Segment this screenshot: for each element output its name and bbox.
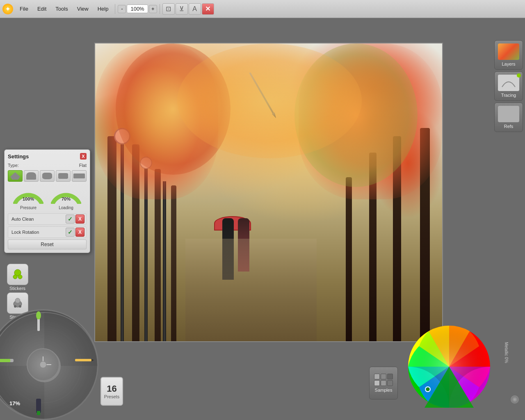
zoom-in-button[interactable]: +	[149, 5, 157, 13]
walkway	[185, 239, 317, 341]
tracing-notification-dot	[517, 73, 521, 78]
loading-gauge: 70% Loading	[49, 185, 83, 210]
sample-cell[interactable]	[381, 374, 386, 379]
svg-rect-18	[36, 399, 41, 413]
app-logo: ✦	[2, 4, 13, 14]
sample-cell[interactable]	[381, 380, 386, 386]
svg-point-3	[13, 275, 17, 279]
loading-gauge-svg: 70%	[50, 185, 82, 204]
zoom-out-button[interactable]: -	[118, 5, 126, 13]
loading-gauge-arc: 70%	[50, 185, 82, 204]
svg-text:100%: 100%	[23, 196, 34, 201]
tool-wheel[interactable]: 17%	[0, 309, 98, 420]
svg-point-6	[15, 298, 20, 303]
menu-tools[interactable]: Tools	[51, 4, 72, 14]
brush-shape-icon-2	[26, 172, 36, 180]
lock-rotation-row: Lock Rotation ✓ X	[8, 226, 87, 238]
svg-rect-19	[37, 411, 40, 415]
tree-trunk	[171, 185, 176, 341]
stickers-button[interactable]: Stickers	[4, 264, 31, 291]
layers-button[interactable]: Layers	[494, 40, 523, 70]
menu-help[interactable]: Help	[94, 4, 113, 14]
layers-thumbnail	[498, 43, 519, 60]
settings-type-row: Type: Flat	[8, 163, 87, 168]
refs-thumbnail	[498, 106, 519, 122]
toolbar-separator-2	[160, 4, 160, 14]
painting-content	[95, 43, 442, 341]
svg-rect-16	[75, 359, 91, 361]
brush-shape-icon-4	[58, 173, 68, 179]
brush-type-3[interactable]	[40, 170, 55, 182]
svg-rect-23	[498, 75, 519, 91]
auto-clean-check[interactable]: ✓	[66, 215, 75, 224]
svg-point-22	[40, 361, 46, 368]
painting-canvas[interactable]	[94, 43, 443, 342]
svg-text:70%: 70%	[62, 196, 71, 201]
sample-cell[interactable]	[374, 374, 380, 379]
pressure-gauge-svg: 100%	[12, 185, 45, 204]
toolbar-export-button[interactable]: ⊻	[176, 3, 188, 15]
leaf-canopy-center	[177, 43, 362, 158]
toolbar-separator-1	[115, 4, 115, 14]
svg-point-26	[426, 388, 429, 391]
color-wheel[interactable]: Metallic 0%	[408, 326, 490, 408]
lock-rotation-check[interactable]: ✓	[66, 228, 75, 237]
svg-rect-15	[0, 359, 10, 362]
menu-file[interactable]: File	[16, 4, 32, 14]
right-sidebar: Layers Tracing Refs	[492, 36, 525, 420]
refs-button[interactable]: Refs	[494, 103, 523, 132]
brush-shape-icon-3	[42, 173, 52, 179]
samples-panel[interactable]: Samples	[369, 367, 398, 399]
lamp-post	[163, 181, 166, 341]
wheel-percent-label: 17%	[9, 400, 20, 406]
brush-type-1[interactable]	[8, 170, 23, 182]
brush-shape-icon	[10, 172, 20, 180]
brush-type-selector	[8, 170, 87, 182]
toolbar: ✦ File Edit Tools View Help - 100% + ⊡ ⊻…	[0, 0, 525, 18]
tracing-thumbnail	[498, 75, 519, 91]
settings-panel: Settings X Type: Flat	[4, 149, 90, 253]
brush-type-2[interactable]	[24, 170, 39, 182]
samples-grid	[374, 374, 393, 386]
menu-edit[interactable]: Edit	[33, 4, 50, 14]
pressure-gauge-arc: 100%	[12, 185, 45, 204]
sample-cell[interactable]	[387, 380, 393, 386]
svg-point-4	[18, 275, 22, 279]
toolbar-crop-button[interactable]: ⊡	[162, 3, 175, 15]
brush-type-5[interactable]	[72, 170, 87, 182]
auto-clean-x[interactable]: X	[75, 215, 84, 224]
canvas-area: Settings X Type: Flat	[0, 18, 525, 420]
wheel-center	[27, 348, 59, 381]
gauges-row: 100% Pressure 70% Loading	[8, 185, 87, 210]
settings-title: Settings X	[8, 153, 87, 160]
stickers-icon	[7, 264, 28, 285]
settings-close-button[interactable]: X	[80, 153, 87, 160]
sample-cell[interactable]	[387, 374, 393, 379]
lock-rotation-x[interactable]: X	[75, 228, 84, 237]
toolbar-close-button[interactable]: ✕	[202, 3, 214, 15]
zoom-value: 100%	[127, 5, 148, 13]
pressure-gauge: 100% Pressure	[11, 185, 45, 210]
wheel-outer: 17%	[0, 309, 98, 420]
tracing-button[interactable]: Tracing	[494, 71, 523, 101]
auto-clean-row: Auto Clean ✓ X	[8, 213, 87, 225]
tree-trunk	[346, 177, 352, 341]
svg-point-8	[19, 305, 21, 308]
reset-button[interactable]: Reset	[8, 240, 87, 249]
presets-button[interactable]: 16 Presets	[100, 377, 123, 406]
toolbar-text-button[interactable]: A	[189, 3, 201, 15]
brush-type-4[interactable]	[56, 170, 71, 182]
color-wheel-svg	[408, 326, 490, 408]
menu-view[interactable]: View	[73, 4, 93, 14]
svg-point-7	[14, 305, 16, 308]
brush-shape-icon-5	[73, 173, 85, 178]
svg-point-12	[36, 311, 41, 320]
sample-cell[interactable]	[374, 380, 380, 386]
